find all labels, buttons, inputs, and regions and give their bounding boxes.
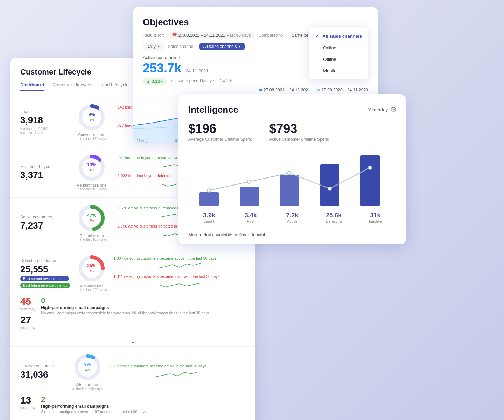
- dropdown-online[interactable]: Online: [309, 42, 368, 54]
- intel-inactive: 31k Inactive: [355, 212, 396, 223]
- tab-dashboard[interactable]: Dashboard: [20, 82, 44, 91]
- leads-value: 3,918: [20, 115, 66, 126]
- metric1-label: Average Customer Lifetime Spend: [188, 137, 252, 142]
- firsttime-label: First-time buyers: [20, 164, 66, 169]
- repurchase-donut: 13% 4% Re-purchase rate in the last 100 …: [74, 154, 109, 191]
- view-filter[interactable]: Daily ▼: [143, 43, 164, 50]
- intel-defecting: 25.6k Defecting: [313, 212, 355, 223]
- inactive-value: 31,036: [20, 369, 66, 380]
- inactive-winback-donut: 9% 2% Win-back rate in the last 290 days: [70, 353, 105, 391]
- inactive-winback-sub: in the last 290 days: [72, 387, 103, 391]
- sales-channel-menu: ✓ All sales channels Online Offline Mobi…: [309, 27, 368, 79]
- intel-more-details[interactable]: More details available in Smart Insight: [188, 227, 396, 237]
- defecting-sparks: 1,304 defecting customers became active …: [113, 256, 246, 290]
- inactive-left: Inactive customers 31,036: [20, 364, 66, 380]
- compared-to-label: Compared to:: [259, 33, 284, 38]
- svg-text:27 Aug: 27 Aug: [136, 139, 147, 143]
- svg-text:9%: 9%: [84, 362, 91, 367]
- svg-text:25%: 25%: [87, 263, 96, 268]
- objectives-title: Objectives: [143, 17, 368, 28]
- defecting-email-count: 0: [41, 296, 210, 305]
- intel-bottom-row: 3.9k Lead ℹ 3.4k First 7.2k Active 25.6k…: [188, 209, 396, 223]
- firsttime-value: 3,371: [20, 170, 66, 181]
- winback-rate-label: Win-back rate: [80, 284, 104, 288]
- defecting-spark1-text: 1,304 defecting customers became active …: [113, 256, 246, 260]
- conversion-rate-sub: in the last 180 days: [77, 137, 107, 141]
- message-icon[interactable]: 💬: [391, 107, 396, 112]
- inactive-winback-label: Win-back rate: [76, 383, 99, 387]
- repurchase-rate-label: Re-purchase rate: [77, 183, 107, 187]
- chart-legend: 27.08.2021 – 24.11.2021 27.08.2020 – 24.…: [143, 88, 368, 92]
- svg-rect-28: [280, 175, 299, 206]
- first-num: 3.4k: [230, 212, 272, 219]
- intel-metric-2: $793 Active Customer Lifetime Spend: [269, 121, 329, 142]
- svg-point-33: [288, 171, 291, 175]
- dropdown-all[interactable]: ✓ All sales channels: [309, 30, 368, 42]
- defecting-expand[interactable]: ⌄: [10, 336, 255, 346]
- svg-point-0: [80, 106, 103, 128]
- intel-bar-chart: [188, 150, 396, 206]
- inactive-email-desc: 2 email campaign(s) converted 97 contact…: [41, 409, 148, 415]
- svg-point-34: [328, 187, 331, 190]
- svg-text:1%: 1%: [89, 118, 94, 121]
- first-label: First: [230, 219, 272, 223]
- inactive-section: Inactive customers 31,036 9% 2% Win-back…: [10, 346, 255, 420]
- intelligence-panel: Intelligence Yesterday 💬 $196 Average Cu…: [178, 94, 406, 244]
- defecting-spark2-text: 1,311 defecting customers became inactiv…: [113, 274, 246, 279]
- svg-point-35: [368, 166, 372, 169]
- conversion-donut: 9% 1% Conversion rate in the last 180 da…: [74, 103, 109, 141]
- intel-title: Intelligence: [188, 104, 238, 115]
- active-compare: vs. same period last year: 247.9k: [171, 78, 233, 83]
- svg-point-31: [207, 189, 211, 192]
- date-range-filter[interactable]: 📅 27.08.2021 – 24.11.2021 Past 90 days: [168, 32, 254, 39]
- conversion-rate-label: Conversion rate: [78, 133, 105, 137]
- leads-left: Leads 3,918 excluding 27,945inactive lea…: [20, 109, 66, 135]
- badge-current-revenue: Best current revenue pote...: [20, 276, 69, 281]
- badge-future-revenue: Best future revenue potent...: [20, 283, 70, 288]
- active-left: Active customers 7,237: [20, 215, 66, 231]
- defecting-badges: Best current revenue pote...: [20, 276, 70, 281]
- winback-rate-sub: in the last 290 days: [77, 288, 107, 292]
- intel-metric-1: $196 Average Customer Lifetime Spend: [188, 121, 252, 142]
- metric1-value: $196: [188, 121, 252, 136]
- inactive-email-count: 2: [41, 395, 148, 404]
- tab-lead-lifecycle[interactable]: Lead Lifecycle: [99, 82, 128, 91]
- svg-text:4%: 4%: [89, 168, 94, 172]
- active-label: Active customers: [20, 215, 66, 219]
- defecting-section: Defecting customers 25,555 Best current …: [10, 248, 255, 336]
- defecting-label: Defecting customers: [20, 258, 70, 263]
- lead-label: Lead ℹ: [188, 219, 230, 223]
- metric2-value: $793: [269, 121, 329, 136]
- sales-channel-label: Sales channel:: [168, 44, 196, 49]
- inactive-label: Inactive customers: [20, 364, 66, 369]
- sales-channel-dropdown[interactable]: All sales channels ▼: [200, 43, 245, 50]
- intel-first: 3.4k First: [230, 212, 272, 223]
- firsttime-left: First-time buyers 3,371: [20, 164, 66, 181]
- active-value: 7,237: [20, 220, 66, 231]
- retention-rate-label: Retention rate: [79, 233, 104, 238]
- leads-label: Leads: [20, 109, 66, 114]
- winback-donut: 25% 1% Win-back rate in the last 290 day…: [74, 254, 109, 292]
- lead-num: 3.9k: [188, 212, 230, 219]
- svg-text:7%: 7%: [89, 219, 94, 222]
- intel-lead: 3.9k Lead ℹ: [188, 212, 230, 223]
- svg-text:9%: 9%: [89, 112, 95, 117]
- repurchase-rate-sub: in the last 100 days: [77, 187, 107, 191]
- dropdown-mobile[interactable]: Mobile: [309, 65, 368, 77]
- svg-rect-30: [360, 155, 380, 206]
- svg-rect-26: [200, 192, 219, 206]
- defecting-badges2: Best future revenue potent...: [20, 283, 70, 288]
- inactive-spark1-text: 338 inactive customers became active in …: [109, 364, 246, 368]
- metric2-label: Active Customer Lifetime Spend: [269, 137, 329, 142]
- defecting-email-title: High-performing email campaigns: [41, 305, 210, 310]
- intel-header: Intelligence Yesterday 💬: [188, 104, 396, 115]
- tab-customer-lifecycle[interactable]: Customer Lifecycle: [52, 82, 91, 91]
- dropdown-offline[interactable]: Offline: [309, 54, 368, 65]
- leads-sub: excluding 27,945inactive leads: [20, 126, 66, 135]
- defecting-label: Defecting: [313, 219, 355, 223]
- inactive-sparks: 338 inactive customers became active in …: [109, 364, 246, 379]
- retention-rate-sub: in the last 100 days: [77, 238, 107, 241]
- svg-text:2%: 2%: [85, 368, 90, 371]
- active-customers-value: 253.7k: [143, 61, 181, 75]
- inactive-num: 31k: [355, 212, 396, 219]
